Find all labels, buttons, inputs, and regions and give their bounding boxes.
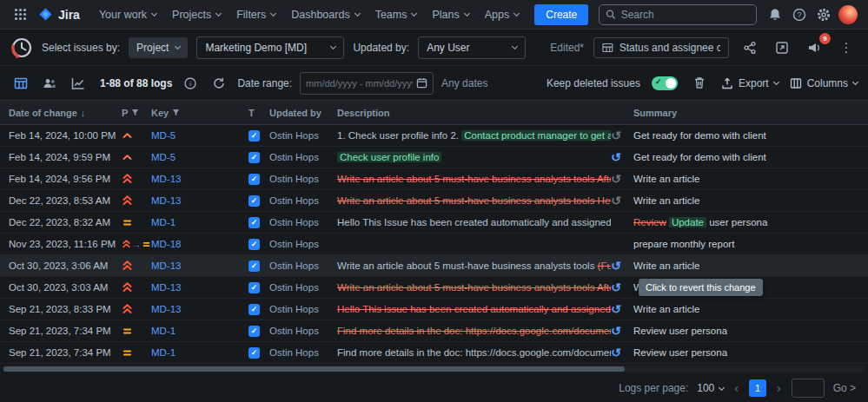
saved-view-selector[interactable]: Status and assignee c... bbox=[593, 37, 729, 58]
issue-key-link[interactable]: MD-13 bbox=[151, 174, 182, 184]
chevron-down-icon bbox=[175, 43, 181, 49]
export-button[interactable]: Export bbox=[721, 77, 779, 89]
select-issues-label: Select issues by: bbox=[42, 42, 120, 54]
info-button[interactable]: i bbox=[180, 73, 201, 94]
date-range-field[interactable] bbox=[300, 72, 434, 95]
issue-key-link[interactable]: MD-13 bbox=[151, 195, 182, 206]
profile-button[interactable] bbox=[837, 3, 859, 26]
issue-key-link[interactable]: MD-13 bbox=[151, 282, 182, 293]
columns-button[interactable]: Columns bbox=[790, 77, 858, 89]
issue-key-link[interactable]: MD-1 bbox=[151, 347, 176, 358]
scrollbar-track[interactable] bbox=[3, 366, 865, 372]
project-select[interactable]: Marketing Demo [MD] bbox=[196, 36, 344, 59]
summary-cell: Review Update user persona bbox=[633, 217, 868, 227]
issue-key-link[interactable]: MD-1 bbox=[151, 217, 176, 227]
column-summary[interactable]: Summary bbox=[633, 108, 868, 118]
text-segment-removed: Review bbox=[633, 217, 666, 227]
issue-key-link[interactable]: MD-1 bbox=[151, 326, 176, 336]
updated-by: Ostin Hops bbox=[269, 347, 337, 358]
global-search[interactable] bbox=[599, 4, 757, 25]
scrollbar-thumb[interactable] bbox=[3, 366, 625, 372]
description-cell: Find more details in the doc: https://do… bbox=[337, 347, 611, 358]
refresh-button[interactable] bbox=[209, 73, 229, 94]
revert-icon[interactable]: ↺ bbox=[611, 303, 621, 315]
page-size-select[interactable]: 100 bbox=[697, 382, 724, 394]
prev-page-button[interactable]: ‹ bbox=[732, 381, 740, 395]
issue-key-cell: MD-1 bbox=[151, 347, 248, 358]
more-actions-button[interactable]: ⋮ bbox=[835, 36, 858, 59]
summary-cell: Write an article bbox=[633, 174, 868, 184]
nav-teams[interactable]: Teams bbox=[368, 4, 424, 25]
settings-button[interactable] bbox=[812, 3, 835, 26]
app-switcher-button[interactable] bbox=[9, 3, 31, 26]
revert-icon[interactable]: ↺ bbox=[611, 151, 621, 163]
open-in-button[interactable] bbox=[771, 36, 793, 59]
create-button[interactable]: Create bbox=[534, 4, 588, 25]
revert-icon[interactable]: ↺ bbox=[611, 129, 621, 142]
filter-mode-dropdown[interactable]: Project bbox=[129, 37, 188, 58]
text-segment-removed: Write an article about 5 must-have busin… bbox=[337, 195, 611, 206]
summary-cell: Write an article bbox=[633, 304, 868, 314]
table-row: Sep 21, 2023, 7:34 PMMD-1✓Ostin HopsFind… bbox=[0, 342, 868, 364]
revert-icon[interactable]: ↺ bbox=[611, 325, 621, 337]
text-segment-removed: Write an article about 5 must-have busin… bbox=[337, 282, 611, 293]
notifications-button[interactable] bbox=[764, 3, 786, 26]
issue-key-link[interactable]: MD-13 bbox=[151, 260, 182, 271]
column-updated-by[interactable]: Updated by bbox=[269, 108, 337, 118]
issue-key-link[interactable]: MD-13 bbox=[151, 304, 182, 314]
updated-by-select[interactable]: Any User bbox=[418, 36, 526, 59]
type-cell: ✓ bbox=[248, 325, 269, 337]
jira-home-link[interactable]: Jira bbox=[38, 7, 80, 22]
issue-key-link[interactable]: MD-5 bbox=[151, 130, 176, 141]
columns-label: Columns bbox=[807, 77, 848, 89]
column-priority[interactable]: P bbox=[122, 108, 151, 118]
users-view-button[interactable] bbox=[39, 73, 60, 94]
column-type[interactable]: T bbox=[248, 108, 269, 118]
priority-highest_to_medium-icon: → bbox=[122, 239, 151, 250]
task-type-icon: ✓ bbox=[248, 174, 260, 185]
description-cell: Write an article about 5 must-have busin… bbox=[337, 260, 611, 271]
share-button[interactable] bbox=[739, 36, 761, 59]
columns-icon bbox=[790, 77, 802, 89]
keep-deleted-toggle[interactable]: ✓ bbox=[652, 76, 678, 90]
issue-key-link[interactable]: MD-18 bbox=[151, 239, 182, 249]
nav-dashboards[interactable]: Dashboards bbox=[284, 4, 366, 25]
whats-new-button[interactable]: 9 bbox=[803, 36, 825, 59]
logs-count: 1-88 of 88 logs bbox=[100, 77, 172, 89]
chart-view-button[interactable] bbox=[68, 73, 89, 94]
change-date: Dec 22, 2023, 8:53 AM bbox=[9, 195, 122, 206]
nav-plans[interactable]: Plans bbox=[425, 4, 475, 25]
column-key[interactable]: Key bbox=[151, 108, 248, 118]
change-date: Oct 30, 2023, 3:06 AM bbox=[9, 260, 122, 271]
revert-icon[interactable]: ↺ bbox=[611, 346, 621, 359]
nav-apps[interactable]: Apps bbox=[478, 4, 527, 25]
help-button[interactable]: ? bbox=[788, 3, 811, 26]
date-range-input[interactable] bbox=[306, 78, 413, 89]
priority-medium-icon bbox=[122, 217, 151, 228]
table-view-button[interactable] bbox=[10, 73, 31, 94]
updated-by-label: Updated by: bbox=[353, 42, 409, 54]
delete-button[interactable] bbox=[689, 73, 710, 94]
revert-icon[interactable]: ↺ bbox=[611, 194, 621, 207]
current-page-button[interactable]: 1 bbox=[749, 379, 766, 397]
app-title: Jira bbox=[58, 8, 80, 22]
task-type-icon: ✓ bbox=[248, 152, 260, 163]
issue-key-link[interactable]: MD-5 bbox=[151, 152, 176, 162]
change-date: Dec 22, 2023, 8:32 AM bbox=[9, 217, 122, 227]
column-date-of-change[interactable]: Date of change↓ bbox=[9, 108, 122, 118]
revert-icon[interactable]: ↺ bbox=[611, 173, 621, 185]
column-description[interactable]: Description bbox=[337, 108, 611, 118]
export-icon bbox=[721, 77, 733, 89]
filter-icon bbox=[131, 109, 139, 116]
revert-icon[interactable]: ↺ bbox=[611, 260, 621, 272]
revert-icon[interactable]: ↺ bbox=[611, 281, 621, 293]
search-input[interactable] bbox=[621, 9, 750, 21]
nav-filters[interactable]: Filters bbox=[229, 4, 282, 25]
next-page-button[interactable]: › bbox=[775, 381, 783, 395]
nav-projects[interactable]: Projects bbox=[165, 4, 228, 25]
revert-cell: ↺ bbox=[611, 194, 633, 207]
go-button[interactable]: Go > bbox=[833, 382, 856, 394]
page-jump-input[interactable] bbox=[792, 379, 825, 398]
nav-your-work[interactable]: Your work bbox=[92, 4, 163, 25]
avatar bbox=[838, 5, 858, 24]
